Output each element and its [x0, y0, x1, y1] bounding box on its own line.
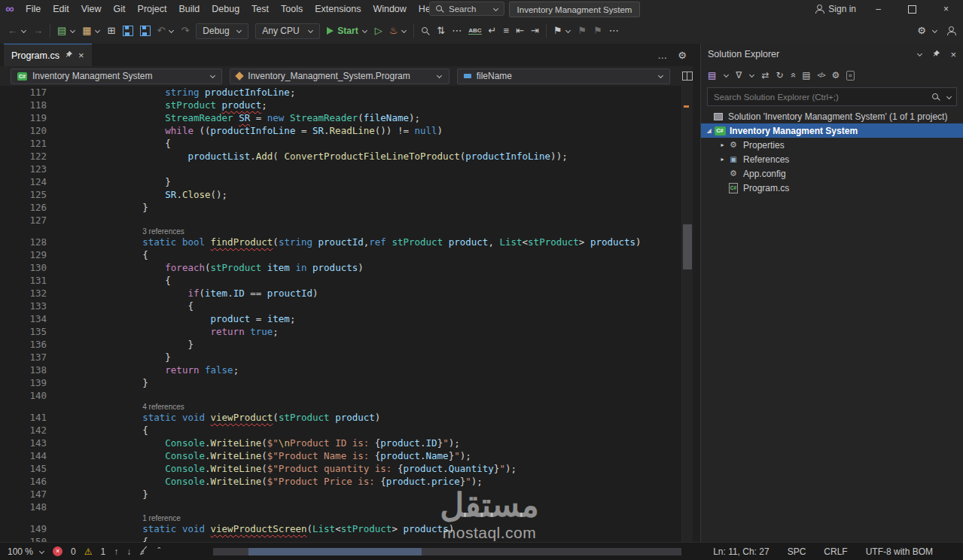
- collapse-all-icon[interactable]: »: [788, 73, 798, 78]
- new-project-button[interactable]: ▤: [57, 25, 66, 37]
- collapse-arrow-icon[interactable]: ◢: [704, 127, 714, 134]
- pin-icon[interactable]: [65, 50, 73, 61]
- solution-explorer-search[interactable]: [707, 87, 957, 106]
- navigate-updown-button[interactable]: ⇅: [437, 25, 445, 37]
- panel-options-chevron-icon[interactable]: [916, 51, 922, 57]
- menu-test[interactable]: Test: [245, 0, 275, 18]
- menu-tools[interactable]: Tools: [275, 0, 309, 18]
- filter-chevron-icon[interactable]: [748, 72, 754, 78]
- bookmark-dropdown-icon[interactable]: [565, 28, 571, 34]
- navigate-forward-button[interactable]: →: [33, 25, 43, 37]
- switch-views-icon[interactable]: ▤: [708, 70, 716, 81]
- warning-count[interactable]: 1: [100, 546, 105, 557]
- show-all-files-icon[interactable]: ▤: [802, 70, 810, 81]
- expand-arrow-icon[interactable]: ▸: [718, 156, 727, 163]
- next-bookmark-button[interactable]: ⚑: [593, 25, 602, 37]
- hot-reload-button[interactable]: ♨: [389, 25, 398, 37]
- solution-platforms-dropdown[interactable]: Any CPU: [255, 23, 320, 39]
- open-file-dropdown-icon[interactable]: [95, 28, 101, 34]
- word-wrap-button[interactable]: ↵: [489, 25, 497, 37]
- global-search-box[interactable]: Search: [429, 2, 504, 16]
- tree-item-solution[interactable]: Solution 'Inventory Managment System' (1…: [701, 109, 963, 123]
- pin-icon[interactable]: [932, 49, 940, 60]
- expand-arrow-icon[interactable]: ▸: [718, 142, 727, 148]
- cursor-position[interactable]: Ln: 11, Ch: 27: [713, 546, 769, 557]
- close-icon[interactable]: ×: [950, 49, 956, 60]
- tree-item-properties[interactable]: ▸⚙Properties: [701, 138, 963, 152]
- warning-icon[interactable]: ⚠: [84, 546, 93, 557]
- browser-link-button[interactable]: ⚙: [917, 25, 926, 37]
- code-editor[interactable]: 117 string productInfoLine;118 stProduct…: [0, 86, 693, 542]
- toggle-bookmark-button[interactable]: ⚑: [553, 25, 562, 37]
- spell-checker-button[interactable]: ABC: [468, 27, 481, 35]
- toolbar-overflow-button[interactable]: ⋯: [609, 25, 619, 37]
- tree-item-project[interactable]: ◢C#Inventory Managment System: [701, 123, 963, 138]
- horizontal-scrollbar[interactable]: [213, 548, 681, 555]
- panel-splitter[interactable]: [693, 44, 700, 542]
- toolbar-ellipsis-button[interactable]: ⋯: [452, 25, 462, 37]
- send-feedback-button[interactable]: [946, 26, 955, 35]
- menu-extensions[interactable]: Extensions: [309, 0, 367, 18]
- menu-window[interactable]: Window: [367, 0, 412, 18]
- refresh-icon[interactable]: ↻: [776, 70, 783, 81]
- solution-explorer-search-input[interactable]: [712, 92, 926, 102]
- indentation-mode[interactable]: SPC: [788, 546, 806, 557]
- tab-settings-gear-icon[interactable]: ⚙: [678, 50, 687, 61]
- pending-changes-filter-icon[interactable]: ∇: [736, 70, 742, 81]
- close-button[interactable]: ×: [929, 0, 963, 18]
- menu-file[interactable]: File: [20, 0, 47, 18]
- menu-project[interactable]: Project: [132, 0, 173, 18]
- file-encoding[interactable]: UTF-8 with BOM: [866, 546, 933, 557]
- previous-issue-button[interactable]: ↑: [114, 546, 118, 557]
- sign-in-button[interactable]: Sign in: [815, 0, 856, 18]
- zoom-control[interactable]: 100 %: [8, 546, 44, 557]
- prev-bookmark-button[interactable]: ⚑: [578, 25, 587, 37]
- add-item-button[interactable]: ⊞: [108, 25, 116, 37]
- split-window-icon[interactable]: [682, 72, 693, 81]
- undo-dropdown-icon[interactable]: [168, 28, 174, 34]
- browser-link-dropdown-icon[interactable]: [931, 28, 937, 34]
- horizontal-scrollbar-thumb[interactable]: [248, 548, 422, 555]
- menu-git[interactable]: Git: [108, 0, 132, 18]
- maximize-button[interactable]: [895, 0, 929, 18]
- editor-vertical-scrollbar[interactable]: [681, 86, 693, 542]
- undo-button[interactable]: ↶: [157, 25, 166, 37]
- navigate-back-button[interactable]: ←: [8, 25, 17, 37]
- menu-edit[interactable]: Edit: [47, 0, 75, 18]
- line-ending[interactable]: CRLF: [824, 546, 847, 557]
- project-dropdown[interactable]: C# Inventory Managment System: [11, 68, 222, 84]
- save-all-button[interactable]: [140, 26, 151, 36]
- solution-configurations-dropdown[interactable]: Debug: [196, 23, 248, 39]
- document-overflow-button[interactable]: …: [657, 50, 667, 61]
- start-without-debugging-button[interactable]: ▷: [375, 25, 382, 37]
- navigate-back-dropdown-icon[interactable]: [20, 28, 26, 34]
- menu-debug[interactable]: Debug: [206, 0, 245, 18]
- tab-program-cs[interactable]: Program.cs ×: [4, 44, 92, 66]
- new-project-dropdown-icon[interactable]: [69, 28, 75, 34]
- type-dropdown[interactable]: Inventory_Managment_System.Program: [230, 68, 449, 84]
- sync-with-active-document-icon[interactable]: ⇄: [761, 70, 769, 81]
- hot-reload-dropdown-icon[interactable]: [401, 28, 407, 34]
- switch-views-chevron-icon[interactable]: [723, 72, 729, 78]
- redo-button[interactable]: ↷: [181, 25, 189, 37]
- increase-indent-button[interactable]: ⇥: [531, 25, 539, 37]
- view-code-icon[interactable]: </>: [818, 72, 825, 79]
- find-in-files-button[interactable]: [421, 26, 430, 35]
- properties-icon[interactable]: ⚙: [832, 70, 840, 81]
- member-dropdown[interactable]: fileName: [457, 68, 670, 84]
- scrollbar-thumb[interactable]: [683, 224, 692, 269]
- show-lines-button[interactable]: ≡: [503, 25, 509, 37]
- tree-item-references[interactable]: ▸▣References: [701, 152, 963, 166]
- error-icon[interactable]: ×: [53, 546, 62, 556]
- preview-selected-items-icon[interactable]: ▫: [846, 71, 854, 81]
- start-debugging-button[interactable]: Start: [327, 26, 367, 36]
- open-file-button[interactable]: ▦: [82, 25, 91, 37]
- menu-view[interactable]: View: [75, 0, 108, 18]
- error-count[interactable]: 0: [71, 546, 76, 557]
- minimize-button[interactable]: –: [861, 0, 895, 18]
- tree-item-program-cs[interactable]: C#Program.cs: [701, 181, 963, 195]
- close-icon[interactable]: ×: [78, 50, 84, 60]
- save-button[interactable]: [123, 26, 133, 36]
- code-cleanup-button[interactable]: [139, 546, 149, 558]
- decrease-indent-button[interactable]: ⇤: [516, 25, 524, 37]
